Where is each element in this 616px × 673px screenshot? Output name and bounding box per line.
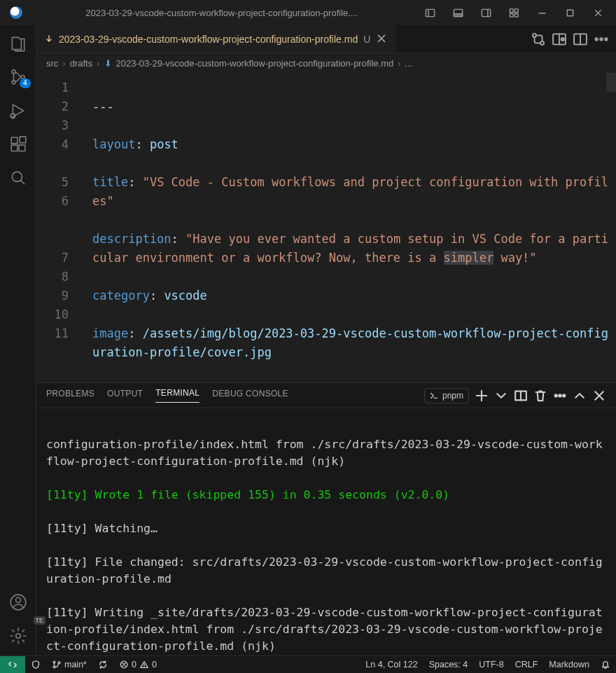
chevron-right-icon: › — [62, 58, 65, 69]
svg-point-30 — [555, 394, 557, 396]
customize-layout-icon[interactable] — [501, 1, 526, 24]
compare-changes-icon[interactable] — [531, 32, 546, 47]
crumb-drafts[interactable]: drafts — [70, 58, 93, 69]
svg-point-26 — [595, 38, 597, 40]
encoding-status[interactable]: UTF-8 — [473, 656, 509, 673]
modified-arrow-icon — [45, 35, 53, 43]
terminal-dropdown-icon[interactable] — [494, 389, 508, 403]
run-debug-icon[interactable] — [8, 101, 28, 120]
split-terminal-icon[interactable] — [514, 389, 528, 403]
scm-badge: 4 — [20, 78, 31, 88]
svg-rect-13 — [11, 137, 18, 144]
kill-terminal-icon[interactable] — [533, 389, 547, 403]
sync-icon[interactable] — [92, 656, 113, 673]
open-preview-icon[interactable] — [552, 32, 567, 47]
minimap[interactable] — [606, 73, 616, 382]
explorer-icon[interactable] — [8, 34, 28, 53]
code-editor[interactable]: 123 45 67 891011 --- layout: post title:… — [36, 73, 616, 382]
tab-terminal[interactable]: TERMINAL — [155, 388, 200, 403]
svg-rect-15 — [19, 145, 25, 151]
code-content[interactable]: --- layout: post title: "VS Code - Custo… — [81, 73, 616, 382]
window-title: 2023-03-29-vscode-custom-workflow-projec… — [32, 8, 412, 18]
crumb-file[interactable]: 2023-03-29-vscode-custom-workflow-projec… — [116, 58, 394, 69]
maximize-panel-icon[interactable] — [573, 389, 587, 403]
language-mode[interactable]: Markdown — [543, 656, 595, 673]
svg-rect-14 — [11, 145, 18, 151]
problems-status[interactable]: 0 0 — [113, 656, 162, 673]
tab-git-status: U — [363, 34, 370, 45]
more-actions-icon[interactable] — [594, 32, 609, 47]
svg-rect-16 — [20, 137, 26, 143]
statusbar: main* 0 0 Ln 4, Col 122 Spaces: 4 UTF-8 … — [0, 655, 616, 673]
terminal-output[interactable]: configuration-profile/index.html from ./… — [36, 408, 616, 655]
svg-point-35 — [58, 662, 60, 664]
indent-status[interactable]: Spaces: 4 — [424, 656, 474, 673]
svg-rect-4 — [510, 8, 513, 12]
svg-rect-6 — [510, 13, 513, 17]
chevron-right-icon: › — [398, 58, 400, 69]
svg-rect-5 — [514, 8, 518, 12]
tab-close-icon[interactable] — [376, 33, 387, 46]
chevron-right-icon: › — [97, 58, 99, 69]
close-panel-icon[interactable] — [592, 389, 606, 403]
svg-rect-8 — [567, 10, 573, 15]
crumb-symbol[interactable]: ... — [405, 58, 413, 69]
svg-point-28 — [605, 38, 607, 40]
title-layout-actions — [417, 1, 610, 24]
split-editor-icon[interactable] — [573, 32, 588, 47]
toggle-panel-icon[interactable] — [445, 1, 470, 24]
toggle-primary-sidebar-icon[interactable] — [417, 1, 442, 24]
cursor-position[interactable]: Ln 4, Col 122 — [360, 656, 423, 673]
svg-point-32 — [563, 394, 565, 396]
line-numbers: 123 45 67 891011 — [36, 73, 81, 382]
svg-rect-7 — [514, 13, 518, 17]
terminal-launch-profile[interactable]: pnpm — [424, 388, 469, 403]
settings-gear-icon[interactable]: TE — [8, 626, 28, 646]
panel-tabs: PROBLEMS OUTPUT TERMINAL DEBUG CONSOLE p… — [36, 383, 616, 408]
tab-output[interactable]: OUTPUT — [107, 389, 143, 403]
toggle-secondary-sidebar-icon[interactable] — [473, 1, 498, 24]
window-minimize-icon[interactable] — [529, 1, 554, 24]
app-icon — [10, 6, 22, 19]
trusted-shield-icon[interactable] — [25, 656, 46, 673]
svg-rect-0 — [426, 9, 434, 16]
svg-point-20 — [15, 634, 20, 639]
svg-point-24 — [561, 37, 564, 40]
svg-point-31 — [559, 394, 561, 396]
git-branch[interactable]: main* — [46, 656, 92, 673]
source-control-icon[interactable]: 4 — [8, 67, 28, 87]
panel-more-icon[interactable] — [553, 389, 567, 403]
notifications-icon[interactable] — [595, 656, 616, 673]
window-maximize-icon[interactable] — [557, 1, 582, 24]
eol-status[interactable]: CRLF — [510, 656, 544, 673]
window-close-icon[interactable] — [585, 1, 610, 24]
tab-filename: 2023-03-29-vscode-custom-workflow-projec… — [59, 34, 358, 45]
markdown-file-icon: ⬇ — [104, 58, 112, 69]
new-terminal-icon[interactable] — [475, 389, 489, 403]
search-icon[interactable] — [8, 168, 28, 188]
editor-tabs: 2023-03-29-vscode-custom-workflow-projec… — [36, 25, 616, 53]
editor-tab[interactable]: 2023-03-29-vscode-custom-workflow-projec… — [36, 25, 396, 53]
breadcrumb[interactable]: src › drafts › ⬇ 2023-03-29-vscode-custo… — [36, 53, 616, 73]
tab-problems[interactable]: PROBLEMS — [46, 389, 94, 403]
svg-rect-2 — [454, 13, 462, 16]
te-badge: TE — [34, 616, 46, 625]
crumb-src[interactable]: src — [46, 58, 58, 69]
accounts-icon[interactable] — [8, 592, 28, 612]
svg-point-19 — [15, 597, 20, 602]
tab-debug-console[interactable]: DEBUG CONSOLE — [212, 389, 288, 403]
activity-bar: 4 TE — [0, 25, 36, 655]
panel: PROBLEMS OUTPUT TERMINAL DEBUG CONSOLE p… — [36, 382, 616, 655]
extensions-icon[interactable] — [8, 134, 28, 154]
remote-indicator[interactable] — [0, 656, 25, 673]
svg-rect-3 — [482, 9, 490, 16]
titlebar: 2023-03-29-vscode-custom-workflow-projec… — [0, 0, 616, 25]
svg-point-27 — [600, 38, 602, 40]
